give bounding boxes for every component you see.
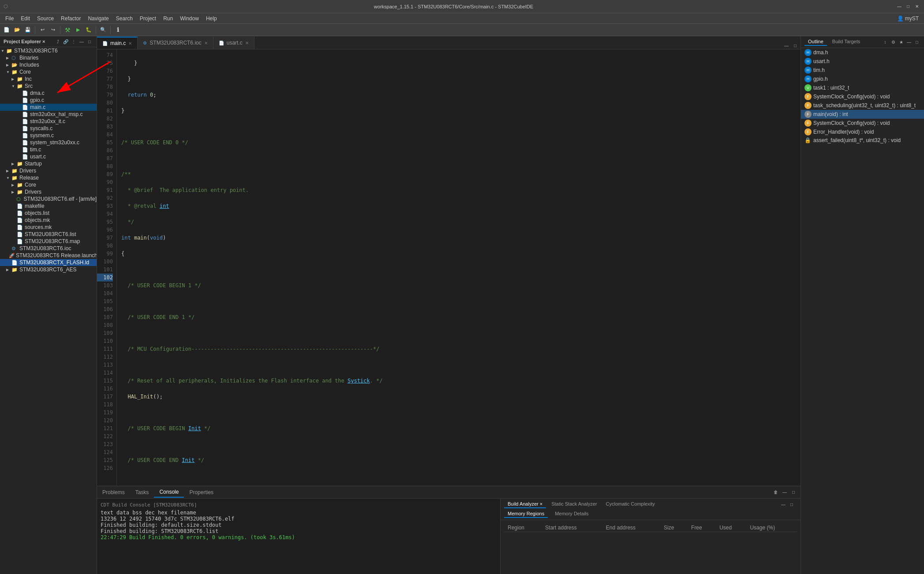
tab-memory-regions[interactable]: Memory Regions	[504, 510, 548, 518]
outline-task-scheduling[interactable]: F task_scheduling(uint32_t, uint32_t) : …	[801, 101, 924, 110]
collapse-all-button[interactable]: ⤴	[54, 38, 61, 45]
tab-cyclomatic[interactable]: Cyclomatic Complexity	[602, 500, 658, 508]
tree-map-file[interactable]: ▶ 📄 STM32U083RCT6.map	[0, 238, 97, 245]
menu-window[interactable]: Window	[176, 15, 202, 23]
menu-run[interactable]: Run	[160, 15, 176, 23]
tab-ioc[interactable]: ⚙ STM32U083RCT6.ioc ✕	[138, 37, 213, 49]
tree-gpio-c[interactable]: ▶ 📄 gpio.c	[0, 97, 97, 104]
code-editor[interactable]: 74 75 76 77 78 79 80 81 82 83 84 85 86 8…	[97, 49, 801, 486]
menu-project[interactable]: Project	[136, 15, 160, 23]
menu-refactor[interactable]: Refactor	[57, 15, 84, 23]
outline-minimize[interactable]: —	[905, 38, 913, 45]
tree-syscalls-c[interactable]: ▶ 📄 syscalls.c	[0, 125, 97, 132]
run-button[interactable]: ▶	[73, 25, 83, 35]
outline-error-handler[interactable]: F Error_Handler(void) : void	[801, 128, 924, 136]
tree-elf[interactable]: ▶ ⬡ STM32U083RCT6.elf - [arm/le]	[0, 195, 97, 203]
tree-release[interactable]: ▼ 📁 Release	[0, 174, 97, 181]
tab-static-stack[interactable]: Static Stack Analyzer	[548, 500, 600, 508]
tree-system-c[interactable]: ▶ 📄 system_stm32u0xx.c	[0, 139, 97, 146]
help-btn[interactable]: ℹ	[113, 25, 123, 35]
tree-ld[interactable]: ▶ 📄 STM32U083RCTX_FLASH.ld	[0, 259, 97, 266]
tree-drivers[interactable]: ▶ 📁 Drivers	[0, 167, 97, 174]
tab-outline[interactable]: Outline	[804, 38, 827, 46]
tab-problems[interactable]: Problems	[97, 488, 130, 497]
tree-objects-list[interactable]: ▶ 📄 objects.list	[0, 210, 97, 217]
tree-sources-mk[interactable]: ▶ 📄 sources.mk	[0, 224, 97, 231]
console-minimize[interactable]: —	[781, 489, 788, 496]
tab-close-ioc[interactable]: ✕	[204, 41, 208, 45]
outline-main[interactable]: F main(void) : int	[801, 110, 924, 119]
redo-button[interactable]: ↪	[48, 25, 58, 35]
save-button[interactable]: 💾	[23, 25, 33, 35]
outline-sysclock-config[interactable]: F SystemClock_Config(void) : void	[801, 92, 924, 101]
tree-aes[interactable]: ▶ 📁 STM32U083RCT6_AES	[0, 266, 97, 273]
outline-assert-failed[interactable]: 🔒 assert_failed(uint8_t*, uint32_t) : vo…	[801, 136, 924, 144]
outline-btn1[interactable]: ↕	[882, 38, 889, 45]
outline-usart-h[interactable]: H usart.h	[801, 57, 924, 66]
tree-includes[interactable]: ▶ 📂 Includes	[0, 61, 97, 68]
tree-hal-msp-c[interactable]: ▶ 📄 stm32u0xx_hal_msp.c	[0, 111, 97, 118]
debug-button[interactable]: 🐛	[84, 25, 94, 35]
console-maximize[interactable]: □	[790, 489, 797, 496]
tree-release-core[interactable]: ▶ 📁 Core	[0, 181, 97, 188]
tree-ioc[interactable]: ▶ ⚙ STM32U083RCT6.ioc	[0, 245, 97, 252]
outline-sysclock-config2[interactable]: F SystemClock_Config(void) : void	[801, 119, 924, 128]
tree-tim-c[interactable]: ▶ 📄 tim.c	[0, 146, 97, 153]
tree-root[interactable]: ▼ 📁 STM32U083RCT6	[0, 47, 97, 54]
tree-objects-mk[interactable]: ▶ 📄 objects.mk	[0, 217, 97, 224]
build-minimize[interactable]: —	[780, 501, 787, 508]
tree-release-drivers[interactable]: ▶ 📁 Drivers	[0, 188, 97, 195]
tree-launch[interactable]: ▶ 🚀 STM32U083RCT6 Release.launch	[0, 252, 97, 259]
outline-task1[interactable]: V task1 : uint32_t	[801, 83, 924, 92]
tree-src[interactable]: ▼ 📁 Src	[0, 83, 97, 90]
tree-it-c[interactable]: ▶ 📄 stm32u0xx_it.c	[0, 118, 97, 125]
outline-maximize[interactable]: □	[913, 38, 920, 45]
minimize-panel-button[interactable]: —	[78, 38, 85, 45]
tree-inc[interactable]: ▶ 📁 Inc	[0, 75, 97, 83]
minimize-button[interactable]: —	[896, 3, 903, 10]
outline-btn2[interactable]: ⚙	[890, 38, 897, 45]
tab-properties[interactable]: Properties	[184, 488, 219, 497]
maximize-button[interactable]: □	[905, 3, 912, 10]
tree-main-c[interactable]: ▶ 📄 main.c	[0, 104, 97, 111]
build-maximize[interactable]: □	[788, 501, 795, 508]
outline-tim-h[interactable]: H tim.h	[801, 66, 924, 75]
tree-list-file[interactable]: ▶ 📄 STM32U083RCT6.list	[0, 231, 97, 238]
open-button[interactable]: 📂	[12, 25, 22, 35]
menu-navigate[interactable]: Navigate	[84, 15, 112, 23]
outline-gpio-h[interactable]: H gpio.h	[801, 75, 924, 83]
tree-makefile[interactable]: ▶ 📄 makefile	[0, 203, 97, 210]
build-button[interactable]: ⚒	[63, 25, 72, 35]
explorer-menu-button[interactable]: ⋮	[70, 38, 77, 45]
menu-search[interactable]: Search	[112, 15, 136, 23]
code-text[interactable]: } } return 0; } /* USER CODE END 0 */ /*…	[117, 49, 801, 486]
tree-binaries[interactable]: ▶ ⬡ Binaries	[0, 54, 97, 61]
tree-dma-c[interactable]: ▶ 📄 dma.c	[0, 90, 97, 97]
tab-build-targets[interactable]: Build Targets	[829, 38, 864, 46]
tab-build-analyzer[interactable]: Build Analyzer ×	[504, 500, 546, 508]
tree-core[interactable]: ▼ 📁 Core	[0, 68, 97, 75]
tab-main-c[interactable]: 📄 main.c ✕	[97, 37, 138, 49]
search-btn[interactable]: 🔍	[98, 25, 108, 35]
tab-tasks[interactable]: Tasks	[130, 488, 154, 497]
tree-usart-c[interactable]: ▶ 📄 usart.c	[0, 153, 97, 160]
minimize-editor[interactable]: —	[783, 42, 790, 49]
menu-file[interactable]: File	[2, 15, 17, 23]
console-clear[interactable]: 🗑	[772, 489, 779, 496]
close-button[interactable]: ✕	[913, 3, 920, 10]
maximize-panel-button[interactable]: □	[86, 38, 93, 45]
tree-startup[interactable]: ▶ 📁 Startup	[0, 160, 97, 167]
tab-usart-c[interactable]: 📄 usart.c ✕	[213, 37, 254, 49]
new-button[interactable]: 📄	[2, 25, 11, 35]
link-editor-button[interactable]: 🔗	[62, 38, 69, 45]
menu-myst[interactable]: 👤 myST	[894, 15, 922, 23]
outline-btn3[interactable]: ★	[898, 38, 905, 45]
undo-button[interactable]: ↩	[37, 25, 47, 35]
menu-source[interactable]: Source	[34, 15, 57, 23]
tab-close-main-c[interactable]: ✕	[128, 41, 132, 46]
tab-close-usart[interactable]: ✕	[245, 41, 249, 45]
tab-memory-details[interactable]: Memory Details	[551, 510, 592, 518]
maximize-editor[interactable]: □	[792, 42, 799, 49]
tree-sysmem-c[interactable]: ▶ 📄 sysmem.c	[0, 132, 97, 139]
tab-console[interactable]: Console	[154, 487, 184, 498]
